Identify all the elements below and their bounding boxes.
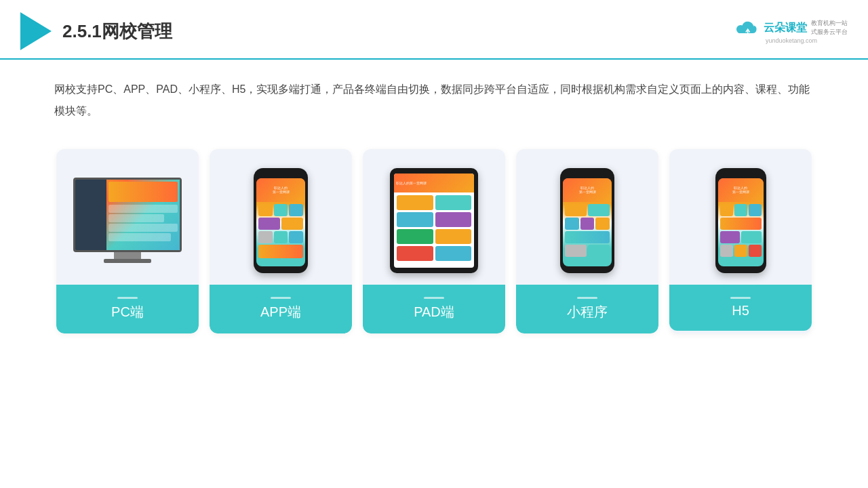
page-title: 2.5.1网校管理	[62, 20, 172, 43]
description-text: 网校支持PC、APP、PAD、小程序、H5，实现多端打通，产品各终端自由切换，数…	[0, 60, 868, 129]
brand-url: yunduoketang.com	[766, 37, 817, 44]
card-h5-image: 职达人的第一堂网课	[669, 149, 812, 285]
brand-name: 云朵课堂	[764, 21, 807, 35]
card-pad: 职达人的第一堂网课	[363, 149, 505, 333]
header: 2.5.1网校管理 云朵课堂 教育机构一站 式服务云平台 yunduoketan…	[0, 0, 868, 60]
card-h5: 职达人的第一堂网课	[669, 149, 812, 333]
card-h5-label: H5	[669, 285, 812, 331]
cloud-icon	[735, 18, 760, 37]
brand-logo: 云朵课堂 教育机构一站 式服务云平台	[735, 18, 848, 37]
card-pc: PC端	[56, 149, 199, 333]
card-app-image: 职达人的第一堂网课	[210, 149, 352, 285]
pc-mockup	[73, 178, 182, 263]
card-app-label: APP端	[210, 285, 352, 333]
card-miniprogram: 职达人的第一堂网课	[516, 149, 658, 333]
phone-mockup-miniprogram: 职达人的第一堂网课	[560, 168, 614, 273]
card-miniprogram-label: 小程序	[516, 285, 658, 333]
description-paragraph: 网校支持PC、APP、PAD、小程序、H5，实现多端打通，产品各终端自由切换，数…	[54, 79, 814, 122]
card-miniprogram-image: 职达人的第一堂网课	[516, 149, 658, 285]
logo-triangle-icon	[20, 12, 52, 50]
pc-screen	[73, 178, 182, 252]
card-pc-label: PC端	[56, 285, 199, 333]
card-pc-image	[56, 149, 199, 285]
header-left: 2.5.1网校管理	[20, 12, 172, 50]
brand-tagline: 教育机构一站 式服务云平台	[811, 19, 848, 36]
card-pad-image: 职达人的第一堂网课	[363, 149, 505, 285]
cards-container: PC端 职达人的第一堂网课	[0, 129, 868, 347]
phone-mockup-h5: 职达人的第一堂网课	[715, 168, 766, 273]
card-app: 职达人的第一堂网课	[210, 149, 352, 333]
card-pad-label: PAD端	[363, 285, 505, 333]
phone-mockup-app: 职达人的第一堂网课	[254, 168, 308, 273]
tablet-mockup: 职达人的第一堂网课	[390, 168, 478, 273]
brand-area: 云朵课堂 教育机构一站 式服务云平台 yunduoketang.com	[735, 18, 848, 44]
